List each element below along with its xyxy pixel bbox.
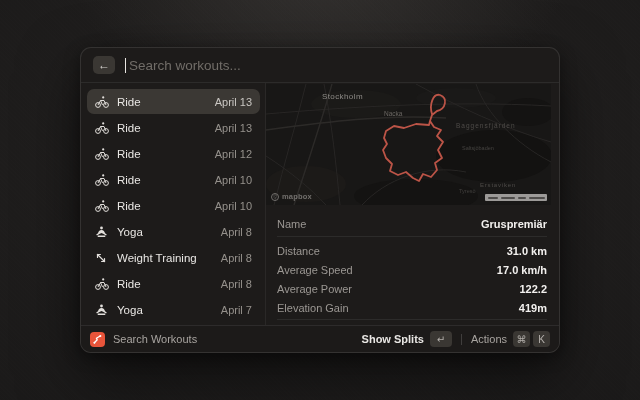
command-key-icon: ⌘ [517,334,527,345]
mapbox-logo-icon: © [271,193,279,201]
desktop-background: ← Search workouts... Ride April 13 [0,0,640,400]
bike-icon [95,121,109,135]
workout-list: Ride April 13 Ride April 13 Ride April 1… [81,83,266,327]
list-item-label: Ride [117,278,141,290]
bike-icon [95,147,109,161]
bike-icon [95,199,109,213]
list-item-date: April 13 [215,122,252,134]
list-item-ride[interactable]: Ride April 10 [87,167,260,192]
list-item-date: April 8 [221,278,252,290]
list-item-date: April 13 [215,96,252,108]
list-item-label: Ride [117,174,141,186]
list-item-label: Ride [117,200,141,212]
bike-icon [95,173,109,187]
list-item-yoga[interactable]: Yoga April 7 [87,297,260,322]
back-icon: ← [98,59,110,71]
list-item-label: Yoga [117,304,143,316]
search-workouts-window: ← Search workouts... Ride April 13 [80,47,560,353]
route-map[interactable]: Stockholm Nacka Baggensfjärden Saltsjöba… [266,84,551,205]
list-item-ride[interactable]: Ride April 13 [87,115,260,140]
search-bar: ← Search workouts... [81,48,559,83]
list-item-date: April 10 [215,200,252,212]
weights-icon [95,251,109,265]
detail-row-average-speed: Average Speed 17.0 km/h [277,260,547,279]
detail-row-distance: Distance 31.0 km [277,241,547,260]
list-item-label: Weight Training [117,252,197,264]
detail-row-elevation-gain: Elevation Gain 419m [277,298,547,317]
show-splits-action[interactable]: Show Splits [362,333,424,345]
list-item-label: Yoga [117,226,143,238]
yoga-icon [95,225,109,239]
list-item-label: Ride [117,96,141,108]
bike-icon [95,95,109,109]
list-item-weight-training[interactable]: Weight Training April 8 [87,245,260,270]
return-key-icon: ↵ [437,334,445,345]
k-key-badge[interactable]: K [533,331,550,347]
search-input[interactable]: Search workouts... [129,58,241,73]
mapbox-watermark: © mapbox [271,192,312,201]
workout-metadata: Name Gruspremiär Distance 31.0 km Averag… [266,205,559,341]
list-item-ride[interactable]: Ride April 8 [87,271,260,296]
back-button[interactable]: ← [93,56,115,74]
footer-divider [461,334,462,345]
list-item-date: April 10 [215,174,252,186]
workouts-app-icon [90,332,105,347]
list-item-date: April 8 [221,252,252,264]
actions-menu[interactable]: Actions [471,333,507,345]
bike-icon [95,277,109,291]
map-canvas [266,84,551,205]
footer-app-label: Search Workouts [113,333,197,345]
list-item-date: April 7 [221,304,252,316]
action-bar: Search Workouts Show Splits ↵ Actions ⌘ … [81,325,559,352]
list-item-label: Ride [117,148,141,160]
list-item-label: Ride [117,122,141,134]
yoga-icon [95,303,109,317]
workout-detail-panel: Stockholm Nacka Baggensfjärden Saltsjöba… [266,83,559,327]
list-item-ride[interactable]: Ride April 12 [87,141,260,166]
command-key-badge[interactable]: ⌘ [513,331,530,347]
list-item-date: April 8 [221,226,252,238]
list-item-yoga[interactable]: Yoga April 8 [87,219,260,244]
list-item-ride[interactable]: Ride April 13 [87,89,260,114]
text-caret [125,58,126,73]
list-item-ride[interactable]: Ride April 10 [87,193,260,218]
detail-row-average-power: Average Power 122.2 [277,279,547,298]
detail-row-name: Name Gruspremiär [277,211,547,237]
map-attribution[interactable] [485,194,547,201]
return-key-badge[interactable]: ↵ [430,331,452,347]
list-item-date: April 12 [215,148,252,160]
